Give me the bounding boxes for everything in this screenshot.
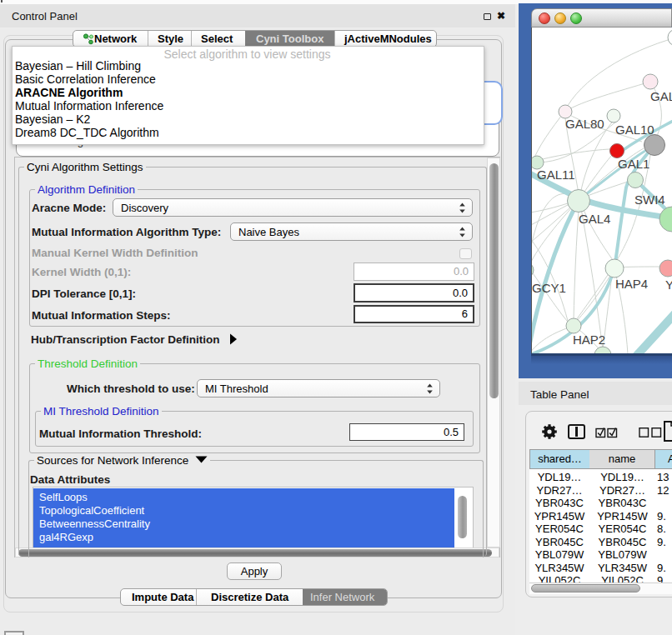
svg-text:GAL80: GAL80 bbox=[565, 117, 604, 131]
svg-text:GAL: GAL bbox=[650, 89, 672, 103]
svg-text:GAL1: GAL1 bbox=[618, 157, 649, 171]
svg-text:HAP2: HAP2 bbox=[573, 332, 605, 347]
svg-text:GAL4: GAL4 bbox=[579, 212, 610, 226]
svg-text:GCY1: GCY1 bbox=[532, 281, 566, 295]
svg-text:GAL10: GAL10 bbox=[615, 122, 654, 137]
svg-text:HAP4: HAP4 bbox=[615, 277, 648, 291]
svg-text:Y: Y bbox=[665, 278, 672, 292]
svg-text:GAL11: GAL11 bbox=[537, 168, 575, 182]
svg-text:SWI4: SWI4 bbox=[634, 192, 665, 207]
